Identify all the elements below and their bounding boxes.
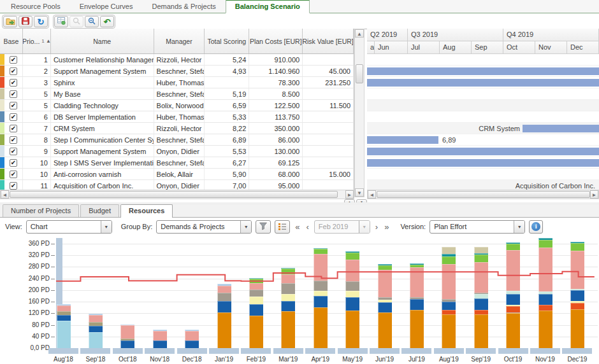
last-period-button[interactable]: » [383, 222, 390, 232]
table-vertical-scrollbar[interactable]: ▲ ▼ [354, 29, 364, 197]
gantt-bar[interactable] [367, 159, 599, 167]
analysis-tab-0[interactable]: Number of Projects [3, 204, 79, 217]
name-cell: My Base [51, 88, 154, 99]
scroll-right-arrow[interactable]: ► [590, 190, 598, 199]
chart-bar[interactable] [474, 247, 488, 348]
chart-bar[interactable] [153, 330, 167, 348]
view-select[interactable]: Chart ▼ [26, 220, 112, 234]
version-select[interactable]: Plan Effort ▼ [429, 220, 525, 234]
column-header-5[interactable]: Plan Costs [EUR] [249, 29, 303, 53]
table-row[interactable]: ✔2Support Management SystemBeschner, Ste… [0, 66, 354, 77]
table-row[interactable]: ✔10Anti-corrosion varnishBelok, Allair5,… [0, 169, 354, 180]
horizontal-scroll-thumb[interactable] [377, 191, 590, 198]
main-tab-1[interactable]: Envelope Curves [70, 0, 143, 13]
chart-bar[interactable] [57, 304, 71, 348]
add-table-button[interactable] [54, 16, 68, 27]
chevron-down-icon[interactable]: ▼ [240, 221, 251, 233]
base-checkbox[interactable]: ✔ [10, 125, 17, 132]
chart-bar[interactable] [281, 268, 295, 348]
gantt-bar[interactable] [523, 125, 599, 132]
filter-button[interactable] [256, 220, 271, 234]
costs-cell: 1.140.960 [249, 66, 303, 76]
gantt-horizontal-scrollbar[interactable]: ◄ ► [367, 190, 599, 199]
undo-button[interactable]: ↶ [100, 16, 114, 27]
table-row[interactable]: ✔10Step I SMS Server ImplementationBesch… [0, 157, 354, 169]
horizontal-scroll-thumb[interactable] [10, 191, 338, 198]
column-header-0[interactable]: Base [0, 29, 23, 53]
info-button[interactable]: i [529, 220, 543, 234]
chart-bar[interactable] [506, 242, 520, 348]
gantt-bar[interactable] [367, 136, 438, 144]
base-checkbox[interactable]: ✔ [10, 79, 17, 87]
chevron-down-icon[interactable]: ▼ [514, 221, 524, 233]
scroll-left-arrow[interactable]: ◄ [368, 190, 376, 199]
chart-bar[interactable] [89, 314, 103, 348]
column-header-4[interactable]: Total Scoring [205, 29, 249, 53]
column-header-2[interactable]: Name [51, 29, 154, 53]
table-row[interactable]: ✔11Acquisition of Carbon Inc.Onyon, Didi… [0, 180, 354, 190]
group-by-select[interactable]: Demands & Projects ▼ [156, 220, 252, 234]
chart-bar[interactable] [345, 251, 359, 348]
open-button[interactable] [3, 16, 17, 27]
previous-period-button[interactable]: ‹ [305, 222, 310, 232]
next-period-button[interactable]: › [374, 222, 379, 232]
table-row[interactable]: ✔3SphinxHuber, Thomas78.300231.250 [0, 77, 354, 88]
gantt-bar[interactable] [367, 67, 599, 75]
table-row[interactable]: ✔8Step I Communication Center SystemBesc… [0, 134, 354, 146]
base-checkbox[interactable]: ✔ [10, 136, 17, 144]
chart-bar[interactable] [217, 284, 231, 348]
table-row[interactable]: ✔7CRM SystemRizzoli, Hector8,22350.000 [0, 123, 354, 134]
x-axis-label: Sep'19 [463, 356, 499, 363]
save-button[interactable] [18, 16, 32, 27]
column-header-6[interactable]: Risk Value [EUR] [303, 29, 354, 53]
base-checkbox[interactable]: ✔ [10, 56, 17, 64]
chevron-down-icon[interactable]: ▼ [101, 221, 112, 233]
table-row[interactable]: ✔1Customer Relationship Management SysRi… [0, 54, 354, 66]
name-cell: DB Server Implementation [51, 111, 154, 122]
risk-cell [303, 146, 354, 157]
first-period-button[interactable]: « [294, 222, 301, 232]
chart-bar[interactable] [442, 247, 456, 348]
scroll-right-arrow[interactable]: ► [345, 190, 354, 199]
chart-bar[interactable] [249, 278, 263, 348]
chart-bar[interactable] [120, 325, 134, 348]
period-field[interactable]: Feb 2019 ▼ [314, 220, 370, 234]
table-row[interactable]: ✔6DB Server ImplementationHuber, Thomas5… [0, 111, 354, 123]
chart-bar[interactable] [314, 248, 328, 348]
base-checkbox[interactable]: ✔ [10, 113, 17, 121]
table-row[interactable]: ✔5Cladding TechnologyBolix, Norwood6,591… [0, 100, 354, 111]
column-header-1[interactable]: Prio...1 ▲ [23, 29, 51, 53]
analysis-tab-1[interactable]: Budget [80, 204, 119, 217]
main-tab-3[interactable]: Balancing Scenario [226, 0, 310, 13]
base-checkbox[interactable]: ✔ [10, 171, 17, 178]
gantt-bar[interactable] [367, 79, 599, 87]
chart-bar[interactable] [378, 264, 392, 348]
column-header-3[interactable]: Manager [154, 29, 205, 53]
vertical-scroll-thumb[interactable] [356, 64, 363, 83]
refresh-button[interactable]: ↻ [34, 16, 48, 27]
base-checkbox[interactable]: ✔ [10, 90, 17, 98]
table-row[interactable]: ✔9Support Management SystemOnyon, Didier… [0, 146, 354, 157]
chart-bar[interactable] [410, 263, 424, 348]
scroll-left-arrow[interactable]: ◄ [1, 190, 9, 199]
gantt-bar[interactable] [367, 148, 599, 155]
base-checkbox[interactable]: ✔ [10, 102, 17, 109]
base-checkbox[interactable]: ✔ [10, 159, 17, 167]
zoom-out-button[interactable] [85, 16, 99, 27]
chart-bar[interactable] [185, 330, 199, 348]
chart-bar[interactable] [538, 238, 552, 348]
analysis-tab-2[interactable]: Resources [120, 204, 173, 218]
legend-list-button[interactable] [275, 220, 290, 234]
table-row[interactable]: ✔5My BaseBeschner, Stefan5,198.500 [0, 88, 354, 100]
base-checkbox[interactable]: ✔ [10, 67, 17, 75]
chart-bar[interactable] [570, 242, 584, 348]
scroll-up-arrow[interactable]: ▲ [355, 29, 364, 38]
scroll-down-arrow[interactable]: ▼ [355, 188, 364, 197]
base-checkbox[interactable]: ✔ [10, 182, 17, 190]
zoom-in-button[interactable] [69, 16, 83, 27]
main-tab-2[interactable]: Demands & Projects [142, 0, 225, 13]
table-horizontal-scrollbar[interactable]: ◄ ► [0, 190, 354, 199]
costs-cell: 113.750 [249, 111, 303, 122]
main-tab-0[interactable]: Resource Pools [1, 0, 70, 13]
base-checkbox[interactable]: ✔ [10, 148, 17, 155]
